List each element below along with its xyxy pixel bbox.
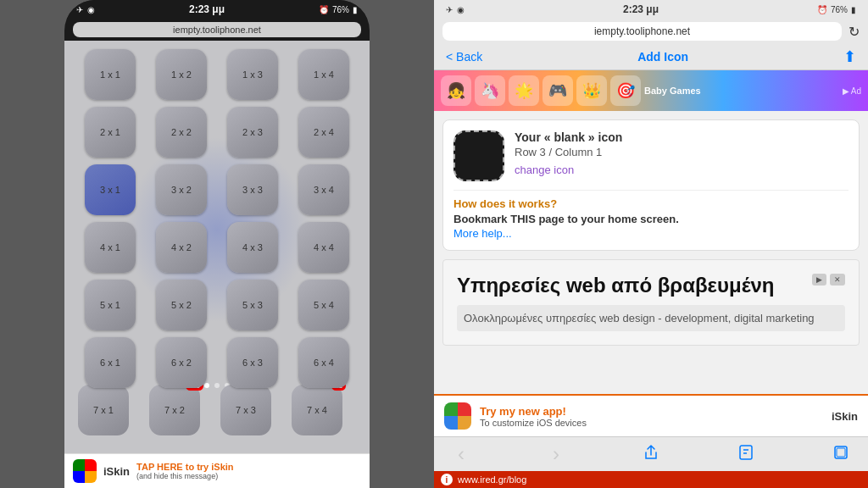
list-item[interactable]: 1 x 2 (149, 49, 214, 100)
change-icon-link[interactable]: change icon (515, 164, 849, 176)
left-address-text: iempty.tooliphone.net (173, 25, 261, 35)
ired-info-icon: i (441, 474, 453, 485)
icon-5x4[interactable]: 5 x 4 (298, 280, 349, 330)
toolbar-share-button[interactable] (637, 444, 665, 465)
icon-2x3[interactable]: 2 x 3 (227, 107, 278, 158)
list-item[interactable]: 2 x 2 (149, 107, 214, 158)
icon-2x2[interactable]: 2 x 2 (156, 107, 207, 158)
list-item[interactable]: 2 x 3 (220, 107, 285, 158)
list-item[interactable]: 5 x 1 (78, 280, 142, 330)
share-button[interactable]: ⬆ (843, 47, 856, 66)
icon-5x3[interactable]: 5 x 3 (227, 280, 278, 330)
left-battery-pct: 76% (332, 5, 349, 14)
app-icon-grid: 1 x 1 1 x 2 1 x 3 1 x 4 2 x 1 2 x 2 2 x … (64, 41, 370, 396)
web-ad-subtitle: Ολοκληρωμένες υπηρεσίες web design - dev… (457, 305, 845, 331)
icon-1x3[interactable]: 1 x 3 (227, 49, 278, 100)
iskin-tap-area: TAP HERE to try iSkin (and hide this mes… (136, 462, 361, 480)
list-item[interactable]: 3 x 4 (292, 164, 356, 215)
icon-2x4[interactable]: 2 x 4 (298, 107, 349, 158)
left-status-bar: ✈ ◉ 2:23 μμ ⏰ 76% ▮ (64, 0, 370, 19)
list-item[interactable]: 2 x 4 (292, 107, 356, 158)
toolbar-back-button[interactable]: ‹ (448, 442, 475, 466)
iskin-right-text: Try my new app! To customize iOS devices (480, 405, 823, 428)
right-address-text[interactable]: iempty.tooliphone.net (442, 22, 842, 41)
icon-4x1[interactable]: 4 x 1 (85, 222, 136, 273)
r-battery-icon: ▮ (851, 5, 856, 14)
icon-4x3[interactable]: 4 x 3 (227, 222, 278, 273)
toolbar-bookmarks-button[interactable] (732, 444, 760, 465)
icon-5x1[interactable]: 5 x 1 (85, 280, 136, 330)
right-status-left: ✈ ◉ (446, 5, 465, 14)
icon-title: Your « blank » icon (515, 130, 849, 144)
list-item[interactable]: 5 x 3 (220, 280, 285, 330)
list-item[interactable]: 1 x 1 (78, 49, 142, 100)
icon-2x1[interactable]: 2 x 1 (85, 107, 136, 158)
bottom-iskin-bar[interactable]: Try my new app! To customize iOS devices… (434, 394, 868, 436)
svg-rect-4 (837, 448, 845, 457)
iskin-tap-text: TAP HERE to try iSkin (136, 462, 361, 472)
icon-1x2[interactable]: 1 x 2 (156, 49, 207, 100)
list-item[interactable]: 6 x 2 (149, 337, 214, 388)
list-item[interactable]: 3 x 3 (220, 164, 285, 215)
how-body-prefix: Bookmark (453, 213, 510, 225)
iskin-customize-text: To customize iOS devices (480, 418, 823, 428)
left-status-signals: ✈ ◉ (76, 5, 95, 14)
list-item[interactable]: 5 x 4 (292, 280, 356, 330)
list-item[interactable]: 5 x 2 (149, 280, 214, 330)
ad-icon-6: 🎯 (610, 75, 641, 106)
list-item[interactable]: 4 x 1 (78, 222, 142, 273)
icon-3x2[interactable]: 3 x 2 (156, 164, 207, 215)
list-item[interactable]: 3 x 1 (78, 164, 142, 215)
iskin-sub-text: (and hide this message) (136, 472, 361, 480)
ad-icon-3: 🌟 (509, 75, 539, 106)
toolbar-forward-button[interactable]: › (542, 442, 570, 466)
icon-3x1[interactable]: 3 x 1 (85, 164, 136, 215)
icon-1x1[interactable]: 1 x 1 (85, 49, 136, 100)
icon-6x2[interactable]: 6 x 2 (156, 337, 207, 388)
list-item[interactable]: 1 x 4 (292, 49, 356, 100)
list-item[interactable]: 4 x 2 (149, 222, 214, 273)
how-works-body: Bookmark THIS page to your home screen. (453, 213, 849, 225)
ad-icon-4: 🎮 (542, 75, 573, 106)
ad-icon-2: 🦄 (475, 75, 505, 106)
top-ad-banner[interactable]: 👧 🦄 🌟 🎮 👑 🎯 Baby Games ▶ Ad (434, 70, 868, 111)
add-icon-button[interactable]: Add Icon (637, 50, 688, 64)
ad-close-button[interactable]: ▶ Ad (843, 86, 861, 96)
blank-icon-preview (453, 130, 504, 181)
how-body-bold: THIS page (510, 213, 565, 225)
list-item[interactable]: 4 x 3 (220, 222, 285, 273)
icon-5x2[interactable]: 5 x 2 (156, 280, 207, 330)
list-item[interactable]: 3 x 2 (149, 164, 214, 215)
ad-icon-5: 👑 (576, 75, 607, 106)
web-ad-section[interactable]: Υπηρεσίες web από βραβευμένη ▶ ✕ Ολοκληρ… (442, 259, 860, 346)
right-status-right: ⏰ 76% ▮ (817, 5, 856, 14)
back-button[interactable]: < Back (446, 50, 482, 64)
icon-3x3[interactable]: 3 x 3 (227, 164, 278, 215)
icon-6x1[interactable]: 6 x 1 (85, 337, 136, 388)
reload-button[interactable]: ↻ (849, 24, 860, 40)
list-item[interactable]: 6 x 4 (292, 337, 356, 388)
more-help-link[interactable]: More help... (453, 227, 849, 240)
list-item[interactable]: 1 x 3 (220, 49, 285, 100)
icon-4x2[interactable]: 4 x 2 (156, 222, 207, 273)
icon-6x3[interactable]: 6 x 3 (227, 337, 278, 388)
list-item[interactable]: 4 x 4 (292, 222, 356, 273)
right-nav-bar: < Back Add Icon ⬆ (434, 44, 868, 70)
info-card: Your « blank » icon Row 3 / Column 1 cha… (442, 119, 860, 251)
info-text-area: Your « blank » icon Row 3 / Column 1 cha… (515, 130, 849, 176)
list-item[interactable]: 6 x 1 (78, 337, 142, 388)
left-address-bar[interactable]: iempty.tooliphone.net (73, 22, 361, 37)
toolbar-tabs-button[interactable] (827, 444, 854, 465)
icon-3x4[interactable]: 3 x 4 (298, 164, 349, 215)
icon-4x4[interactable]: 4 x 4 (298, 222, 349, 273)
icon-6x4[interactable]: 6 x 4 (298, 337, 349, 388)
icon-position: Row 3 / Column 1 (515, 146, 849, 158)
icon-1x4[interactable]: 1 x 4 (298, 49, 349, 100)
left-iskin-bar[interactable]: iSkin TAP HERE to try iSkin (and hide th… (64, 453, 370, 488)
phone-screen: 1 x 1 1 x 2 1 x 3 1 x 4 2 x 1 2 x 2 2 x … (64, 41, 370, 456)
list-item[interactable]: 2 x 1 (78, 107, 142, 158)
info-card-content: Your « blank » icon Row 3 / Column 1 cha… (453, 130, 849, 181)
list-item[interactable]: 6 x 3 (220, 337, 285, 388)
bottom-toolbar: ‹ › (434, 436, 868, 471)
left-time: 2:23 μμ (189, 3, 225, 15)
